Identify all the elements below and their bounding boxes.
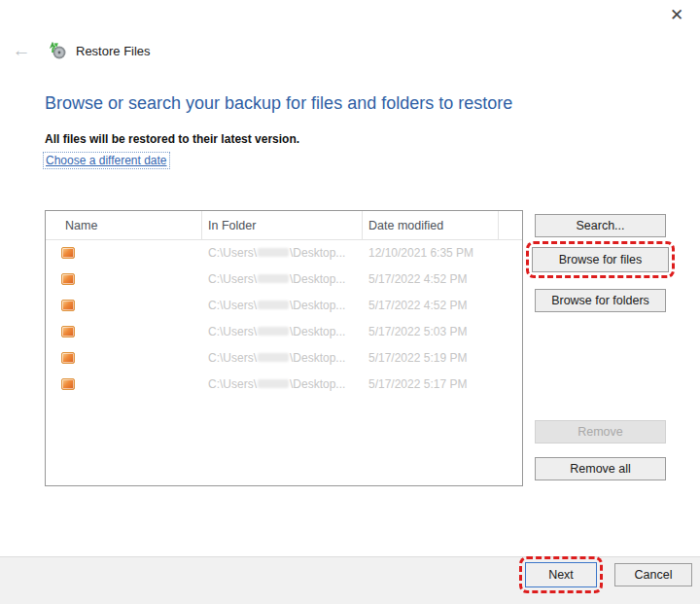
table-row[interactable]: C:\Users\\Desktop... 5/17/2022 4:52 PM <box>46 266 522 293</box>
row-date: 5/17/2022 5:03 PM <box>368 325 467 338</box>
row-folder: C:\Users\\Desktop... <box>208 325 345 338</box>
table-row[interactable]: C:\Users\\Desktop... 12/10/2021 6:35 PM <box>46 240 522 266</box>
search-button[interactable]: Search... <box>535 214 666 237</box>
row-date: 12/10/2021 6:35 PM <box>368 246 473 260</box>
browse-for-folders-button[interactable]: Browse for folders <box>535 289 666 312</box>
table-row[interactable]: C:\Users\\Desktop... 5/17/2022 5:19 PM <box>46 345 522 372</box>
column-header-in-folder[interactable]: In Folder <box>202 211 363 239</box>
file-icon <box>61 352 75 364</box>
file-icon <box>61 326 75 338</box>
file-icon <box>61 378 75 390</box>
row-date: 5/17/2022 4:52 PM <box>368 299 467 312</box>
table-row[interactable]: C:\Users\\Desktop... 5/17/2022 5:03 PM <box>46 319 522 345</box>
redacted-username <box>258 301 289 309</box>
row-folder: C:\Users\\Desktop... <box>208 351 345 365</box>
redacted-username <box>258 353 289 362</box>
row-date: 5/17/2022 4:52 PM <box>368 272 467 286</box>
column-header-name[interactable]: Name <box>46 211 202 239</box>
row-folder: C:\Users\\Desktop... <box>208 272 345 286</box>
column-header-spacer <box>499 211 522 239</box>
row-folder: C:\Users\\Desktop... <box>208 246 345 260</box>
redacted-username <box>258 248 289 257</box>
row-folder: C:\Users\\Desktop... <box>208 377 345 391</box>
back-arrow-icon[interactable]: ← <box>10 41 33 60</box>
file-icon <box>61 300 75 311</box>
list-body: C:\Users\\Desktop... 12/10/2021 6:35 PM … <box>46 240 522 398</box>
restore-version-note: All files will be restored to their late… <box>45 132 299 146</box>
table-row[interactable]: C:\Users\\Desktop... 5/17/2022 5:17 PM <box>46 372 522 398</box>
remove-all-button[interactable]: Remove all <box>535 457 666 480</box>
redacted-username <box>258 327 289 336</box>
navigation-bar: ← Restore Files <box>10 41 151 60</box>
close-icon[interactable]: ✕ <box>665 4 688 27</box>
backup-file-list[interactable]: Name In Folder Date modified C:\Users\\D… <box>45 210 523 486</box>
restore-files-icon <box>49 41 68 60</box>
file-icon <box>61 273 75 285</box>
annotation-browse-for-files: Browse for files <box>526 241 675 278</box>
redacted-username <box>258 379 289 388</box>
next-button[interactable]: Next <box>525 562 597 587</box>
remove-button: Remove <box>535 420 666 444</box>
column-header-date-modified[interactable]: Date modified <box>363 211 499 239</box>
table-row[interactable]: C:\Users\\Desktop... 5/17/2022 4:52 PM <box>46 293 522 319</box>
list-header: Name In Folder Date modified <box>46 211 522 240</box>
row-date: 5/17/2022 5:19 PM <box>368 351 467 365</box>
choose-different-date-link[interactable]: Choose a different date <box>44 153 169 168</box>
file-icon <box>61 247 75 259</box>
row-date: 5/17/2022 5:17 PM <box>368 377 467 391</box>
annotation-next: Next <box>519 556 603 593</box>
cancel-button[interactable]: Cancel <box>614 563 692 586</box>
dialog-heading: Browse or search your backup for files a… <box>45 93 628 114</box>
row-folder: C:\Users\\Desktop... <box>208 299 345 312</box>
redacted-username <box>258 274 289 283</box>
browse-for-files-button[interactable]: Browse for files <box>532 247 669 272</box>
page-title: Restore Files <box>76 44 151 58</box>
